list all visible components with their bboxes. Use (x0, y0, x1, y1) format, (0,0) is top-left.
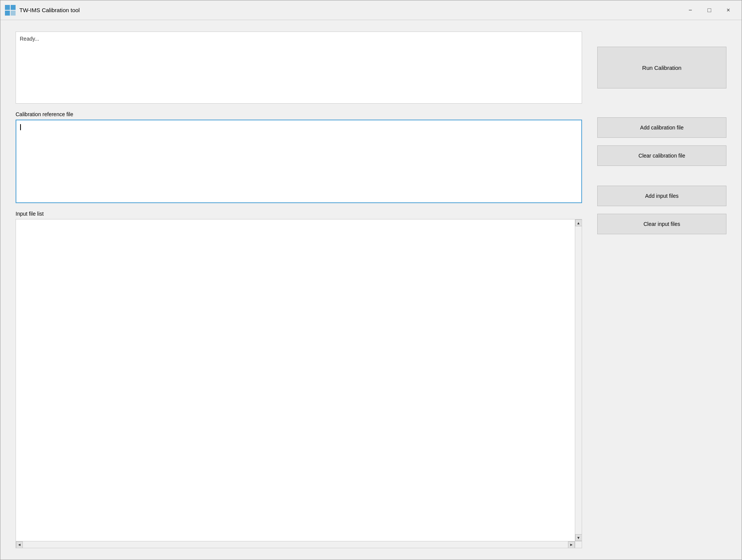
maximize-button[interactable]: □ (701, 4, 718, 16)
window-title: TW-IMS Calibration tool (19, 7, 80, 13)
run-calibration-button[interactable]: Run Calibration (597, 47, 726, 88)
calibration-buttons-section: Add calibration file Clear calibration f… (597, 117, 726, 166)
close-button[interactable]: × (720, 4, 737, 16)
calibration-label: Calibration reference file (16, 111, 582, 117)
cursor (20, 124, 21, 130)
add-calibration-file-button[interactable]: Add calibration file (597, 117, 726, 138)
right-panel: Run Calibration Add calibration file Cle… (597, 32, 726, 548)
svg-rect-0 (5, 5, 10, 10)
scroll-right-arrow[interactable]: ► (568, 541, 575, 548)
input-files-box[interactable]: ▲ ▼ ◄ ► (16, 219, 582, 548)
svg-rect-1 (11, 5, 16, 10)
vertical-scrollbar[interactable]: ▲ ▼ (575, 219, 582, 541)
calibration-section: Calibration reference file (16, 111, 582, 203)
status-text: Ready... (20, 36, 39, 42)
status-box: Ready... (16, 32, 582, 104)
scroll-corner (575, 541, 582, 548)
calibration-file-input[interactable] (16, 120, 582, 203)
title-bar: TW-IMS Calibration tool − □ × (0, 0, 742, 20)
add-input-files-button[interactable]: Add input files (597, 186, 726, 206)
input-files-section: Input file list ▲ ▼ ◄ ► (16, 211, 582, 548)
scroll-left-arrow[interactable]: ◄ (16, 541, 23, 548)
window-controls: − □ × (682, 4, 737, 16)
scroll-down-arrow[interactable]: ▼ (575, 534, 582, 541)
scroll-track-horizontal[interactable] (23, 541, 568, 548)
svg-rect-3 (11, 11, 16, 16)
horizontal-scrollbar[interactable]: ◄ ► (16, 541, 575, 548)
clear-calibration-file-button[interactable]: Clear calibration file (597, 145, 726, 166)
main-window: TW-IMS Calibration tool − □ × Ready... C… (0, 0, 742, 560)
app-icon (5, 5, 16, 16)
svg-rect-2 (5, 11, 10, 16)
scroll-track-vertical[interactable] (575, 226, 582, 534)
main-content: Ready... Calibration reference file Inpu… (0, 20, 742, 560)
scroll-up-arrow[interactable]: ▲ (575, 219, 582, 226)
left-panel: Ready... Calibration reference file Inpu… (16, 32, 582, 548)
input-files-label: Input file list (16, 211, 582, 217)
run-calibration-container: Run Calibration (597, 32, 726, 104)
minimize-button[interactable]: − (682, 4, 699, 16)
input-files-buttons-section: Add input files Clear input files (597, 186, 726, 234)
clear-input-files-button[interactable]: Clear input files (597, 214, 726, 234)
